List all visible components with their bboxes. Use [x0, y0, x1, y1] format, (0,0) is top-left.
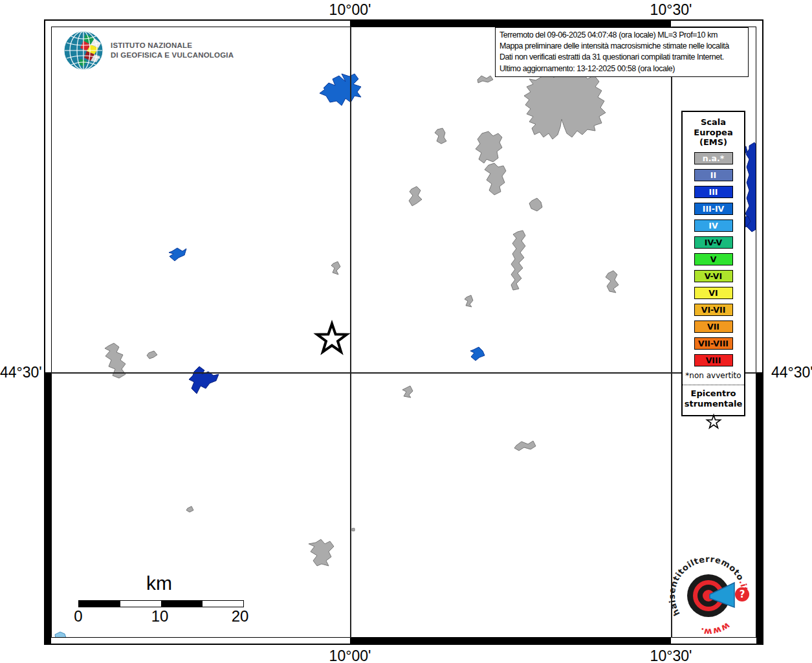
svg-text:www.: www. — [699, 620, 732, 637]
gridline-parallel-44-30 — [51, 372, 756, 374]
scalebar-segment — [161, 600, 203, 607]
legend-swatch-ii: II — [694, 169, 733, 181]
ingv-wordmark-line1: ISTITUTO NAZIONALE — [111, 41, 234, 51]
legend-swatch-vii: VII — [694, 320, 733, 333]
haisentito-logo: haisentitoilterremoto.it www. ? — [663, 549, 760, 646]
info-line-data: Dati non verificati estratti da 31 quest… — [499, 52, 744, 63]
gridline-meridian-10-30 — [671, 27, 672, 638]
legend-swatch-iv-v: IV-V — [694, 236, 733, 249]
haisentito-question-mark: ? — [740, 589, 745, 600]
legend-swatch-vii-viii: VII-VIII — [694, 337, 733, 350]
legend-swatch-v: V — [694, 253, 733, 265]
info-line-event: Terremoto del 09-06-2025 04:07:48 (ora l… — [499, 30, 744, 41]
legend-swatch-na: n.a.* — [694, 152, 733, 164]
frame-band-top-black — [350, 21, 671, 27]
haisentito-text-www: www. — [699, 620, 732, 637]
frame-band-bottom-black — [350, 638, 671, 644]
haisentito-question-badge: ? — [735, 587, 749, 601]
map-page: 10°00' 10°30' 10°00' 10°30' 44°30' 44°30… — [0, 0, 812, 663]
legend-title: Scala Europea (EMS) — [683, 117, 744, 148]
gridline-meridian-10-00 — [350, 27, 351, 638]
legend-divider — [683, 385, 744, 385]
scalebar-unit: km — [120, 572, 198, 594]
ingv-wordmark-line2: DI GEOFISICA E VULCANOLOGIA — [111, 51, 234, 60]
scalebar-segment — [120, 600, 162, 607]
scalebar-tick-20: 20 — [221, 607, 259, 625]
legend-swatch-vi: VI — [694, 287, 733, 299]
earthquake-info-box: Terremoto del 09-06-2025 04:07:48 (ora l… — [495, 27, 749, 77]
legend-epicenter-label: Epicentro strumentale — [683, 388, 744, 409]
legend-swatch-viii: VIII — [694, 354, 733, 366]
info-line-map: Mappa preliminare delle intensità macros… — [499, 41, 744, 52]
scalebar-tick-0: 0 — [59, 607, 98, 625]
map-inner-border — [51, 27, 756, 638]
legend-swatch-iii: III — [694, 186, 733, 198]
scalebar — [78, 600, 244, 607]
haisentito-bullseye — [687, 574, 734, 617]
legend-swatch-iii-iv: III-IV — [694, 203, 733, 215]
map-frame — [44, 19, 763, 645]
legend-swatch-iv: IV — [694, 219, 733, 232]
info-line-updated: Ultimo aggiornamento: 13-12-2025 00:58 (… — [499, 63, 744, 74]
star-icon — [704, 412, 723, 431]
legend-swatches: n.a.* II III III-IV IV IV-V V V-VI VI VI… — [683, 152, 744, 366]
legend-swatch-vi-vii: VI-VII — [694, 304, 733, 316]
scalebar-segment — [202, 600, 244, 607]
legend-swatch-v-vi: V-VI — [694, 270, 733, 282]
ingv-globe-icon — [63, 30, 104, 71]
frame-band-left-black — [45, 372, 51, 644]
scalebar-segment — [78, 600, 120, 607]
ems-legend: Scala Europea (EMS) n.a.* II III III-IV … — [681, 111, 745, 416]
ingv-logo: ISTITUTO NAZIONALE DI GEOFISICA E VULCAN… — [63, 30, 234, 71]
scalebar-tick-10: 10 — [140, 607, 179, 625]
legend-epicenter-symbol — [683, 412, 744, 434]
ingv-wordmark: ISTITUTO NAZIONALE DI GEOFISICA E VULCAN… — [111, 41, 234, 60]
legend-footnote: *non avvertito — [683, 371, 744, 380]
